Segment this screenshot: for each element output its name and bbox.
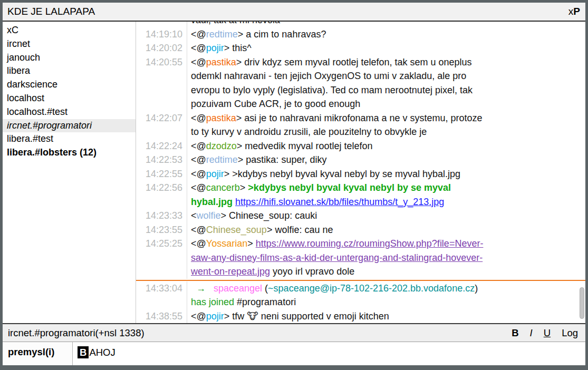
message-timestamp: 14:23:55 [136,223,187,237]
message-segment: yoyo irl vpravo dole [270,266,354,277]
window-buttons: xP [568,6,580,17]
sidebar-item[interactable]: libera [3,64,136,78]
chat-scrollbar[interactable] [579,22,585,323]
sidebar-item[interactable]: darkscience [3,78,136,92]
message-text: <@redtime> pastika: super, diky [187,153,585,167]
message-timestamp: 14:38:55 [136,309,187,324]
message-segment: > [247,238,256,249]
message-timestamp: 14:25:25 [136,237,187,279]
message-segment: <@ [191,238,206,249]
message-link[interactable]: https://hifi.slovanet.sk/bb/files/thumbs… [235,197,444,207]
format-buttons: BIULog [512,327,578,339]
message-timestamp: 14:23:33 [136,209,187,223]
sidebar-item[interactable]: libera.#test [3,132,136,146]
message-segment: < [191,210,197,221]
message-segment: > a cim to nahravas? [238,29,326,40]
sidebar-item[interactable]: janouch [3,51,136,65]
nick-or-colored-segment: Chinese_soup [206,225,267,235]
message-timestamp: 14:19:10 [136,27,187,42]
own-nick-label: premysl(i) [3,342,73,365]
message-segment: <@ [191,113,206,123]
message-segment: <@ [191,141,206,151]
message-segment: ( [262,283,268,294]
message-input[interactable]: BAHOJ [73,342,585,365]
nick-or-colored-segment: cancerb [206,182,240,193]
message-row: 14:25:25<@Yossarian> https://www.rouming… [136,237,585,279]
message-row: 14:19:10<@redtime> a cim to nahravas? [136,27,585,42]
input-bar: premysl(i) BAHOJ [3,342,585,365]
message-text: → spaceangel (~spaceange@ip-78-102-216-2… [187,281,585,309]
message-text: <@pastika> driv kdyz sem myval rootlej t… [187,55,585,111]
message-text: <@pojir> this^ [187,41,585,55]
message-segment: > tfw 🐮 neni supported v emoji kitchen [224,311,389,322]
message-row: vadi, tak at mi nevola [136,22,585,27]
message-text: <@Chinese_soup> wolfie: cau ne [187,223,585,237]
message-segment: > >kdybys nebyl byval kyval nebyl by se … [224,169,460,179]
nick-or-colored-segment: has joined [191,297,234,307]
message-text: <@cancerb> >kdybys nebyl byval kyval neb… [187,181,585,209]
message-list: vadi, tak at mi nevola14:19:10<@redtime>… [136,22,585,323]
nick-or-colored-segment: ~spaceange@ip-78-102-216-202.bb.vodafone… [268,283,475,294]
message-text: <@dzodzo> medvedik myval rootlej telefon [187,139,585,153]
message-row: 14:23:55<@Chinese_soup> wolfie: cau ne [136,223,585,237]
message-timestamp: 14:20:55 [136,55,187,111]
message-segment: <@ [191,154,206,165]
sidebar-item[interactable]: ircnet [3,37,136,51]
message-row: 14:23:33<wolfie> Chinese_soup: cauki [136,209,585,223]
message-segment: > Chinese_soup: cauki [221,210,317,221]
sidebar-item[interactable]: localhost [3,92,136,105]
message-segment: > medvedik myval rootlej telefon [237,141,373,151]
message-segment: > wolfie: cau ne [267,225,333,235]
channel-list: xCircnetjanouchliberadarksciencelocalhos… [3,22,136,323]
window-button-p[interactable]: P [573,6,580,17]
sidebar-item[interactable]: libera.#lobsters (12) [3,146,136,160]
message-row: 14:22:55<@pojir> >kdybys nebyl byval kyv… [136,167,585,181]
message-text: <@pastika> asi je to nahravani mikrofona… [187,111,585,139]
scrollbar-thumb[interactable] [580,287,584,319]
nick-or-colored-segment: wolfie [197,210,221,221]
message-segment: > pastika: super, diky [238,154,327,165]
message-segment: > this^ [224,43,252,53]
message-text: <@pojir> tfw 🐮 neni supported v emoji ki… [187,309,585,324]
irc-client-window: KDE JE LALAPAPA xP xCircnetjanouchlibera… [0,0,588,370]
message-timestamp: 14:33:04 [136,281,187,309]
nick-or-colored-segment: dzodzo [206,141,237,151]
message-row: 14:22:07<@pastika> asi je to nahravani m… [136,111,585,139]
window-title: KDE JE LALAPAPA [7,6,95,17]
message-row: 14:38:55<@pojir> tfw 🐮 neni supported v … [136,309,585,324]
message-text: vadi, tak at mi nevola [187,22,585,27]
message-row: 14:22:53<@redtime> pastika: super, diky [136,153,585,167]
nick-or-colored-segment: pastika [206,113,236,123]
nick-or-colored-segment: Yossarian [206,238,247,249]
nick-or-colored-segment: spaceangel [214,283,262,294]
message-timestamp: 14:22:07 [136,111,187,139]
nick-or-colored-segment: redtime [206,29,238,40]
bold-button[interactable]: B [512,327,518,339]
window-button-x[interactable]: x [568,6,574,17]
nick-or-colored-segment: redtime [206,154,238,165]
message-segment: <@ [191,29,206,40]
input-value: AHOJ [89,347,115,358]
nick-or-colored-segment: pojir [206,169,224,179]
nick-or-colored-segment: pastika [206,57,236,67]
message-text: <@pojir> >kdybys nebyl byval kyval nebyl… [187,167,585,181]
message-segment: <@ [191,311,206,322]
underline-button[interactable]: U [544,327,551,339]
message-timestamp: 14:22:24 [136,139,187,153]
chat-area: vadi, tak at mi nevola14:19:10<@redtime>… [136,22,585,323]
sidebar-item[interactable]: xC [3,24,136,37]
message-timestamp: 14:22:56 [136,181,187,209]
message-row: 14:33:04 → spaceangel (~spaceange@ip-78-… [136,281,585,309]
nick-or-colored-segment: pojir [206,311,224,322]
italic-button[interactable]: I [530,327,533,339]
sidebar-item[interactable]: ircnet.#programatori [3,119,136,133]
log-button[interactable]: Log [562,327,578,339]
message-segment: <@ [191,169,206,179]
message-row: 14:20:55<@pastika> driv kdyz sem myval r… [136,55,585,111]
message-timestamp: 14:22:55 [136,167,187,181]
message-segment: > [240,182,248,193]
sidebar-item[interactable]: localhost.#test [3,105,136,119]
message-row: 14:20:02<@pojir> this^ [136,41,585,55]
main-area: xCircnetjanouchliberadarksciencelocalhos… [3,22,585,323]
message-text: <@redtime> a cim to nahravas? [187,27,585,42]
